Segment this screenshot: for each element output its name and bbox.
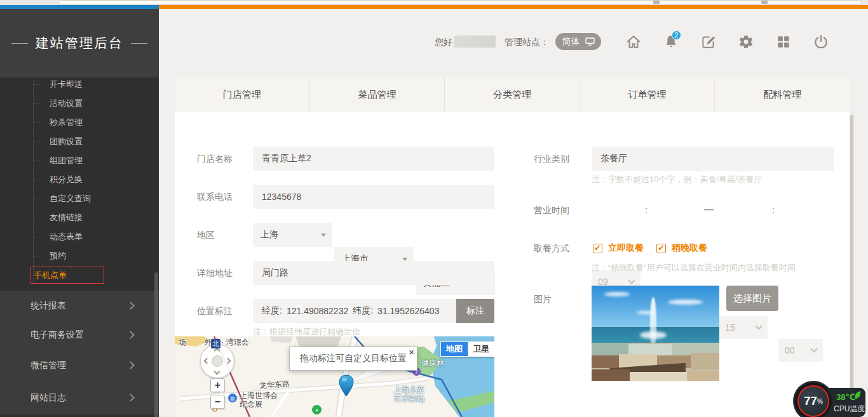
pickup-option-immediate[interactable]: 立即取餐 xyxy=(593,242,644,254)
sidebar-section-ecommerce[interactable]: 电子商务设置 xyxy=(0,320,159,349)
industry-note: 注：字数不超过10个字，例：美食/粤菜/茶餐厅 xyxy=(592,174,763,185)
pan-left-icon[interactable] xyxy=(204,358,210,364)
cpu-percent-unit: % xyxy=(817,398,823,405)
chevron-right-icon xyxy=(126,361,135,369)
mark-location-button[interactable]: 标注 xyxy=(456,299,494,323)
choose-image-button[interactable]: 选择图片 xyxy=(726,286,778,311)
sidebar-section-site-log[interactable]: 网站日志 xyxy=(0,381,159,414)
tab-ingredient-management[interactable]: 配料管理 xyxy=(714,77,850,112)
tab-dish-management[interactable]: 菜品管理 xyxy=(309,77,445,112)
sidebar-item-mobile-ordering-active[interactable]: 手机点单 xyxy=(31,267,104,284)
app-title-text: 建站管理后台 xyxy=(36,34,123,52)
sidebar: 建站管理后台 开卡即送 活动设置 秒杀管理 团购设置 组团管理 积分兑换 自定义… xyxy=(0,9,159,417)
map-label-theater-2: 艺术剧场 xyxy=(394,394,424,404)
store-photo xyxy=(592,286,719,381)
sidebar-item-custom-query[interactable]: 自定义查询 xyxy=(33,189,141,208)
map-type-toggle: 地图 卫星 xyxy=(440,341,494,357)
address-label: 详细地址 xyxy=(197,268,233,279)
pan-up-icon[interactable] xyxy=(214,348,220,354)
map-label-expo-2: 纪念展 xyxy=(240,399,262,410)
map-type-map-button[interactable]: 地图 xyxy=(441,342,468,356)
sidebar-scrollbar[interactable] xyxy=(154,272,158,417)
pan-center-knob[interactable] xyxy=(212,355,223,367)
sidebar-section-wechat[interactable]: 微信管理 xyxy=(0,349,159,381)
settings-gear-icon[interactable] xyxy=(738,34,754,50)
username-redacted xyxy=(454,36,496,48)
monitor-icon xyxy=(585,37,595,46)
chevron-down-icon xyxy=(810,345,817,352)
latitude-value: 31.1952626403 xyxy=(377,306,439,316)
content-scrollbar-thumb[interactable] xyxy=(850,115,853,402)
store-name-input[interactable]: 青青原上草2 xyxy=(253,147,494,171)
browser-url-bar[interactable] xyxy=(58,0,862,4)
language-preview-button[interactable]: 简体 xyxy=(555,33,601,50)
notifications-bell-icon[interactable]: 2 xyxy=(663,34,679,50)
tab-category-management[interactable]: 分类管理 xyxy=(444,77,580,112)
cpu-temperature-value: 38℃ xyxy=(836,392,855,402)
power-logout-icon[interactable] xyxy=(813,34,829,50)
dropdown-arrow-icon xyxy=(321,234,326,237)
sidebar-item-group-buy[interactable]: 团购设置 xyxy=(33,132,141,151)
pickup-note: 注：“稍晚取餐”用户可以选择在营业时间内选择取餐时间 xyxy=(592,262,796,274)
location-map[interactable]: 场 外滩 · 湾璟会 龙华东路 ▥ 上海世博会 纪念展 ▴ 健康林 ♪ 上海儿童… xyxy=(175,336,494,417)
tab-store-management[interactable]: 门店管理 xyxy=(175,77,309,112)
map-pan-control[interactable] xyxy=(200,344,234,378)
checkbox-checked-icon[interactable] xyxy=(593,244,602,253)
coordinates-field[interactable]: 经度:121.490882232 纬度:31.1952626403 xyxy=(253,299,456,323)
cpu-percent-value: 77 xyxy=(804,394,817,408)
title-dash-left xyxy=(11,43,28,44)
museum-poi-icon: ▥ xyxy=(228,394,237,402)
browser-extension-icon[interactable] xyxy=(761,1,768,4)
map-label-road: 龙华东路 xyxy=(259,378,290,391)
time-range-dash: — xyxy=(704,204,714,215)
sidebar-item-activity-settings[interactable]: 活动设置 xyxy=(33,94,141,113)
checkbox-checked-icon[interactable] xyxy=(656,244,666,253)
close-minute-select[interactable]: 00 xyxy=(778,339,823,362)
leaf-icon xyxy=(854,390,862,400)
map-zoom-control: + − xyxy=(210,378,225,411)
sidebar-item-card-gift[interactable]: 开卡即送 xyxy=(33,75,141,94)
store-form: 门店名称 青青原上草2 联系电话 12345678 地区 上海 上海市 黄浦区 … xyxy=(175,112,850,417)
chevron-down-icon xyxy=(628,277,635,284)
chevron-down-icon xyxy=(755,322,762,329)
map-label-forest: 健康林 xyxy=(421,358,444,369)
chevron-right-icon xyxy=(126,331,135,339)
park-poi-icon: ▴ xyxy=(312,405,322,414)
tab-bar: 门店管理 菜品管理 分类管理 订单管理 配料管理 xyxy=(175,77,850,112)
map-drag-tooltip: 拖动标注可自定义目标位置 × xyxy=(289,347,417,371)
close-hour-select[interactable]: 15 xyxy=(719,316,768,339)
sidebar-item-reservation[interactable]: 预约 xyxy=(33,246,141,265)
home-icon[interactable] xyxy=(625,34,642,50)
map-pin-icon[interactable] xyxy=(339,374,354,397)
compose-edit-icon[interactable] xyxy=(700,34,717,50)
tooltip-close-icon[interactable]: × xyxy=(409,347,414,357)
title-dash-right xyxy=(131,43,147,44)
province-select[interactable]: 上海 xyxy=(253,223,332,247)
north-indicator: 北 xyxy=(211,339,220,348)
sidebar-item-team-manage[interactable]: 组团管理 xyxy=(33,151,141,170)
store-name-label: 门店名称 xyxy=(197,154,233,165)
phone-input[interactable]: 12345678 xyxy=(253,185,494,209)
sidebar-section-statistics[interactable]: 统计报表 xyxy=(0,291,159,320)
apps-grid-icon[interactable] xyxy=(775,34,792,50)
sidebar-item-dynamic-form[interactable]: 动态表单 xyxy=(33,227,141,246)
region-label: 地区 xyxy=(197,230,215,241)
time-colon: : xyxy=(645,204,648,215)
pan-right-icon[interactable] xyxy=(225,358,231,364)
tab-order-management[interactable]: 订单管理 xyxy=(580,77,715,112)
time-colon: : xyxy=(772,204,775,215)
image-label: 图片 xyxy=(534,294,552,305)
sidebar-item-friend-links[interactable]: 友情链接 xyxy=(33,208,141,227)
zoom-out-button[interactable]: − xyxy=(210,395,225,409)
browser-extension-icon[interactable] xyxy=(653,1,660,4)
zoom-in-button[interactable]: + xyxy=(210,378,225,392)
address-input[interactable]: 局门路 xyxy=(253,261,494,285)
map-type-satellite-button[interactable]: 卫星 xyxy=(468,342,494,356)
pickup-option-later[interactable]: 稍晚取餐 xyxy=(656,242,707,254)
notification-badge: 2 xyxy=(672,30,681,40)
sidebar-item-points-exchange[interactable]: 积分兑换 xyxy=(33,170,141,189)
pan-down-icon[interactable] xyxy=(214,369,220,375)
sidebar-item-flash-sale[interactable]: 秒杀管理 xyxy=(33,113,141,132)
industry-input[interactable]: 茶餐厅 xyxy=(592,147,834,171)
hours-label: 营业时间 xyxy=(534,205,569,216)
